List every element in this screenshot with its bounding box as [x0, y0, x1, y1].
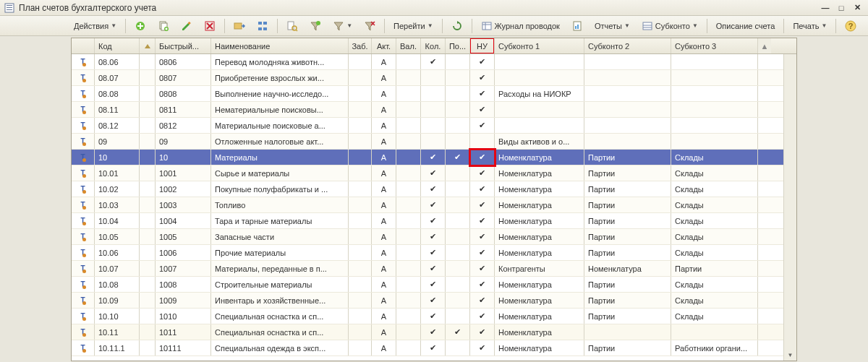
cell-quick: 09: [156, 134, 211, 149]
subkonto-button[interactable]: Субконто▼: [637, 18, 703, 34]
edit-button[interactable]: [176, 18, 197, 34]
cell-po: [446, 165, 470, 181]
filter-set-button[interactable]: [305, 18, 326, 34]
cell-sub2: Партии: [584, 340, 671, 355]
cell-val: [396, 70, 421, 85]
delete-button[interactable]: [199, 18, 221, 34]
table-row[interactable]: T10.031003ТопливоА✔✔НоменклатураПартииСк…: [72, 197, 783, 213]
table-row[interactable]: T10.021002Покупные полуфабрикаты и ...А✔…: [72, 181, 783, 197]
table-row[interactable]: T10.051005Запасные частиА✔✔НоменклатураП…: [72, 229, 783, 245]
table-row[interactable]: T10.041004Тара и тарные материалыА✔✔Номе…: [72, 213, 783, 229]
col-quick[interactable]: Быстрый...: [156, 38, 211, 53]
cell-kol: [421, 134, 446, 149]
hierarchy-icon: [257, 20, 268, 32]
col-zab[interactable]: Заб.: [349, 38, 372, 53]
col-name[interactable]: Наименование: [211, 38, 349, 53]
col-sub2[interactable]: Субконто 2: [584, 38, 671, 53]
description-button[interactable]: Описание счета: [711, 18, 780, 34]
report-icon-button[interactable]: [566, 18, 588, 34]
help-button[interactable]: ?: [840, 18, 861, 34]
cell-val: [396, 118, 421, 133]
cell-po: [446, 293, 470, 308]
cell-nu: ✔: [470, 261, 495, 276]
col-val[interactable]: Вал.: [396, 38, 421, 53]
cell-sub1: Расходы на НИОКР: [495, 86, 584, 101]
table-row[interactable]: T10.061006Прочие материалыА✔✔Номенклатур…: [72, 245, 783, 261]
cell-sub1: Номенклатура: [495, 324, 584, 340]
account-row-icon: T: [80, 137, 85, 145]
cell-code: 10.11: [95, 324, 140, 340]
actions-menu[interactable]: Действия▼: [69, 18, 122, 34]
vertical-scrollbar[interactable]: ▼: [783, 54, 796, 361]
cell-sub1: Номенклатура: [495, 197, 584, 212]
table-row[interactable]: T08.120812Материальные поисковые а...А✔: [72, 118, 783, 134]
minimize-button[interactable]: —: [819, 3, 832, 13]
move-to-group-button[interactable]: [229, 18, 250, 34]
cell-nu: ✔: [470, 277, 495, 292]
col-sub3[interactable]: Субконто 3: [671, 38, 758, 53]
scroll-down-arrow[interactable]: ▼: [784, 349, 796, 361]
table-row[interactable]: T10.091009Инвентарь и хозяйственные...А✔…: [72, 293, 783, 309]
cell-sub1: Номенклатура: [495, 293, 584, 308]
journal-button[interactable]: Журнал проводок: [476, 18, 565, 34]
goto-menu[interactable]: Перейти▼: [388, 18, 438, 34]
table-row[interactable]: T08.070807Приобретение взрослых жи...А✔: [72, 70, 783, 86]
table-row[interactable]: T10.071007Материалы, переданные в п...А✔…: [72, 261, 783, 277]
col-sub1[interactable]: Субконто 1: [495, 38, 584, 53]
col-kol[interactable]: Кол.: [421, 38, 446, 53]
filter-clear-button[interactable]: [359, 18, 380, 34]
col-akt[interactable]: Акт.: [372, 38, 396, 53]
table-row[interactable]: T10.111011Специальная оснастка и сп...А✔…: [72, 324, 783, 340]
cell-sub3: [671, 324, 758, 340]
cell-sub2: [584, 134, 671, 149]
svg-rect-23: [482, 22, 491, 30]
cell-name: Материалы, переданные в п...: [211, 261, 349, 276]
cell-val: [396, 54, 421, 69]
table-row[interactable]: T10.11.110111Специальная одежда в эксп..…: [72, 340, 783, 356]
reports-menu[interactable]: Отчеты▼: [590, 18, 635, 34]
account-row-icon: T: [80, 264, 85, 272]
cell-val: [396, 309, 421, 324]
cell-code: 08.12: [95, 118, 140, 133]
hierarchy-button[interactable]: [252, 18, 273, 34]
table-row[interactable]: T08.080808Выполнение научно-исследо...А✔…: [72, 86, 783, 102]
find-button[interactable]: [281, 18, 303, 34]
svg-rect-1: [7, 5, 12, 6]
col-sort[interactable]: [140, 38, 156, 53]
table-row[interactable]: T0909Отложенные налоговые акт...АВиды ак…: [72, 134, 783, 150]
cell-po: [446, 181, 470, 197]
table-row[interactable]: T10.081008Строительные материалыА✔✔Номен…: [72, 277, 783, 293]
col-nu[interactable]: НУ: [470, 38, 495, 53]
cell-code: 09: [95, 134, 140, 149]
cell-po: [446, 277, 470, 292]
cell-sub2: Партии: [584, 213, 671, 228]
cell-quick: 1002: [156, 181, 211, 197]
svg-rect-19: [288, 22, 294, 30]
cell-sub3: Склады: [671, 150, 758, 165]
cell-code: 10.11.1: [95, 340, 140, 355]
add-copy-icon: [158, 20, 169, 32]
filter-button[interactable]: ▼: [328, 18, 357, 34]
col-po[interactable]: По...: [446, 38, 470, 53]
svg-rect-18: [263, 27, 267, 30]
maximize-button[interactable]: □: [835, 3, 848, 13]
table-row[interactable]: T10.101010Специальная оснастка и сп...А✔…: [72, 309, 783, 324]
col-code[interactable]: Код: [95, 38, 140, 53]
col-icon[interactable]: [72, 38, 95, 53]
table-row[interactable]: T08.060806Перевод молодняка животн...А✔✔: [72, 54, 783, 70]
cell-val: [396, 213, 421, 228]
cell-nu: ✔: [470, 54, 495, 69]
cell-quick: 0807: [156, 70, 211, 85]
print-menu[interactable]: Печать▼: [788, 18, 832, 34]
add-button[interactable]: [129, 18, 151, 34]
cell-name: Материальные поисковые а...: [211, 118, 349, 133]
close-button[interactable]: ✕: [851, 3, 864, 13]
cell-sub3: Партии: [671, 261, 758, 276]
table-row[interactable]: T10.011001Сырье и материалыА✔✔Номенклату…: [72, 165, 783, 181]
cell-sub1: Номенклатура: [495, 229, 584, 244]
add-copy-button[interactable]: [153, 18, 174, 34]
table-row[interactable]: T1010МатериалыА✔✔✔НоменклатураПартииСкла…: [72, 150, 783, 165]
table-row[interactable]: T08.110811Нематериальные поисковы...А✔: [72, 102, 783, 118]
cell-sub1: Номенклатура: [495, 181, 584, 197]
refresh-button[interactable]: [446, 18, 468, 34]
